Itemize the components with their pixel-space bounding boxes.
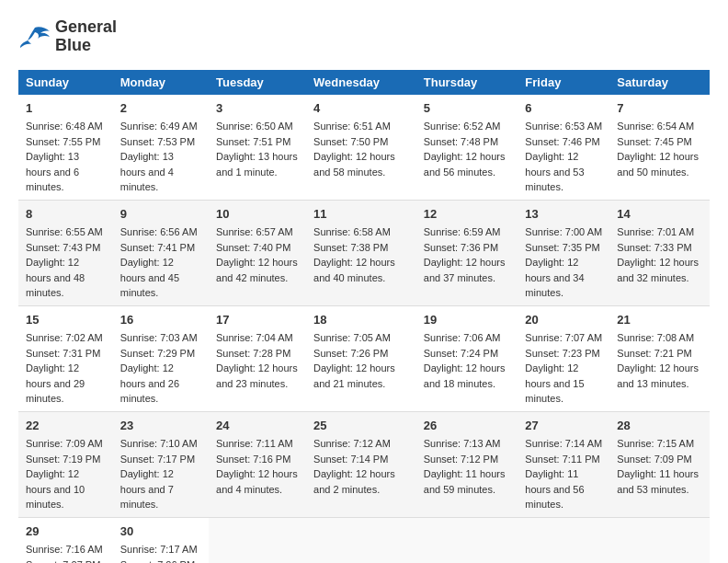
calendar-cell: 2Sunrise: 6:49 AMSunset: 7:53 PMDaylight… (113, 95, 209, 201)
daylight: Daylight: 12 hours and 23 minutes. (216, 362, 298, 389)
daylight: Daylight: 12 hours and 21 minutes. (313, 362, 395, 389)
sunrise: Sunrise: 6:53 AM (525, 121, 602, 132)
day-header-friday: Friday (518, 70, 609, 95)
sunset: Sunset: 7:07 PM (26, 559, 100, 563)
sunset: Sunset: 7:46 PM (525, 136, 599, 147)
sunrise: Sunrise: 7:17 AM (120, 544, 198, 555)
calendar-cell: 8Sunrise: 6:55 AMSunset: 7:43 PMDaylight… (18, 200, 113, 305)
sunset: Sunset: 7:43 PM (26, 242, 100, 253)
sunrise: Sunrise: 6:57 AM (216, 226, 293, 237)
sunrise: Sunrise: 7:10 AM (120, 438, 198, 449)
daylight: Daylight: 12 hours and 37 minutes. (424, 257, 506, 283)
sunset: Sunset: 7:14 PM (313, 454, 388, 465)
day-number: 22 (26, 417, 106, 435)
day-number: 28 (617, 417, 702, 435)
sunrise: Sunrise: 6:50 AM (216, 121, 293, 132)
sunrise: Sunrise: 7:04 AM (216, 332, 293, 343)
daylight: Daylight: 12 hours and 58 minutes. (313, 151, 395, 178)
sunset: Sunset: 7:28 PM (216, 348, 290, 359)
calendar-cell: 10Sunrise: 6:57 AMSunset: 7:40 PMDayligh… (209, 200, 306, 305)
header-row: SundayMondayTuesdayWednesdayThursdayFrid… (18, 70, 710, 95)
daylight: Daylight: 12 hours and 32 minutes. (617, 257, 699, 283)
day-number: 7 (617, 99, 702, 118)
sunrise: Sunrise: 7:15 AM (617, 438, 694, 449)
daylight: Daylight: 11 hours and 53 minutes. (617, 468, 699, 495)
day-number: 13 (525, 205, 602, 224)
logo-text: General Blue (55, 18, 117, 55)
sunset: Sunset: 7:11 PM (525, 454, 599, 465)
sunrise: Sunrise: 7:16 AM (26, 544, 103, 555)
sunset: Sunset: 7:19 PM (26, 454, 100, 465)
daylight: Daylight: 12 hours and 40 minutes. (313, 257, 395, 283)
day-number: 8 (26, 205, 106, 224)
calendar-cell: 19Sunrise: 7:06 AMSunset: 7:24 PMDayligh… (416, 305, 518, 411)
sunset: Sunset: 7:09 PM (617, 454, 691, 465)
day-header-sunday: Sunday (18, 70, 113, 95)
calendar-cell: 17Sunrise: 7:04 AMSunset: 7:28 PMDayligh… (209, 305, 306, 411)
calendar-cell (609, 517, 710, 563)
sunset: Sunset: 7:35 PM (525, 242, 599, 253)
day-header-monday: Monday (113, 70, 209, 95)
sunrise: Sunrise: 6:51 AM (313, 121, 391, 132)
sunset: Sunset: 7:50 PM (313, 136, 388, 147)
week-row-4: 22Sunrise: 7:09 AMSunset: 7:19 PMDayligh… (18, 411, 710, 517)
calendar-cell: 4Sunrise: 6:51 AMSunset: 7:50 PMDaylight… (306, 95, 416, 201)
daylight: Daylight: 12 hours and 56 minutes. (424, 151, 506, 178)
calendar-cell: 14Sunrise: 7:01 AMSunset: 7:33 PMDayligh… (609, 200, 710, 305)
calendar-cell: 9Sunrise: 6:56 AMSunset: 7:41 PMDaylight… (113, 200, 209, 305)
calendar-cell (209, 517, 306, 563)
sunset: Sunset: 7:17 PM (120, 454, 195, 465)
daylight: Daylight: 12 hours and 53 minutes. (525, 151, 584, 192)
day-number: 29 (26, 523, 106, 541)
sunset: Sunset: 7:23 PM (525, 348, 599, 359)
sunrise: Sunrise: 7:03 AM (120, 332, 198, 343)
sunrise: Sunrise: 6:58 AM (313, 226, 391, 237)
day-number: 27 (525, 417, 602, 435)
day-number: 20 (525, 311, 602, 329)
week-row-2: 8Sunrise: 6:55 AMSunset: 7:43 PMDaylight… (18, 200, 710, 305)
day-number: 30 (120, 523, 201, 541)
sunrise: Sunrise: 7:13 AM (424, 438, 501, 449)
week-row-1: 1Sunrise: 6:48 AMSunset: 7:55 PMDaylight… (18, 95, 710, 201)
daylight: Daylight: 12 hours and 10 minutes. (26, 468, 85, 510)
sunrise: Sunrise: 7:12 AM (313, 438, 391, 449)
daylight: Daylight: 11 hours and 59 minutes. (424, 468, 506, 495)
day-header-saturday: Saturday (609, 70, 710, 95)
sunrise: Sunrise: 7:09 AM (26, 438, 103, 449)
sunset: Sunset: 7:36 PM (424, 242, 498, 253)
day-number: 24 (216, 417, 299, 435)
sunrise: Sunrise: 7:05 AM (313, 332, 391, 343)
sunset: Sunset: 7:48 PM (424, 136, 498, 147)
sunrise: Sunrise: 7:01 AM (617, 226, 694, 237)
daylight: Daylight: 12 hours and 29 minutes. (26, 362, 85, 404)
sunset: Sunset: 7:21 PM (617, 348, 691, 359)
sunrise: Sunrise: 7:11 AM (216, 438, 293, 449)
day-number: 5 (424, 99, 511, 118)
daylight: Daylight: 12 hours and 4 minutes. (216, 468, 298, 495)
week-row-3: 15Sunrise: 7:02 AMSunset: 7:31 PMDayligh… (18, 305, 710, 411)
calendar-cell: 6Sunrise: 6:53 AMSunset: 7:46 PMDaylight… (518, 95, 609, 201)
calendar-cell: 15Sunrise: 7:02 AMSunset: 7:31 PMDayligh… (18, 305, 113, 411)
sunset: Sunset: 7:16 PM (216, 454, 290, 465)
day-number: 3 (216, 99, 299, 118)
calendar-cell: 16Sunrise: 7:03 AMSunset: 7:29 PMDayligh… (113, 305, 209, 411)
calendar-cell: 11Sunrise: 6:58 AMSunset: 7:38 PMDayligh… (306, 200, 416, 305)
calendar-cell: 27Sunrise: 7:14 AMSunset: 7:11 PMDayligh… (518, 411, 609, 517)
calendar-cell: 13Sunrise: 7:00 AMSunset: 7:35 PMDayligh… (518, 200, 609, 305)
day-number: 17 (216, 311, 299, 329)
day-number: 25 (313, 417, 409, 435)
calendar-cell: 30Sunrise: 7:17 AMSunset: 7:06 PMDayligh… (113, 517, 209, 563)
sunset: Sunset: 7:31 PM (26, 348, 100, 359)
day-number: 2 (120, 99, 201, 118)
day-number: 21 (617, 311, 702, 329)
day-number: 16 (120, 311, 201, 329)
sunset: Sunset: 7:24 PM (424, 348, 498, 359)
sunset: Sunset: 7:06 PM (120, 559, 195, 563)
daylight: Daylight: 12 hours and 34 minutes. (525, 257, 584, 298)
daylight: Daylight: 12 hours and 18 minutes. (424, 362, 506, 389)
calendar-table: SundayMondayTuesdayWednesdayThursdayFrid… (18, 70, 710, 563)
calendar-cell: 20Sunrise: 7:07 AMSunset: 7:23 PMDayligh… (518, 305, 609, 411)
sunset: Sunset: 7:51 PM (216, 136, 290, 147)
day-number: 19 (424, 311, 511, 329)
day-number: 12 (424, 205, 511, 224)
